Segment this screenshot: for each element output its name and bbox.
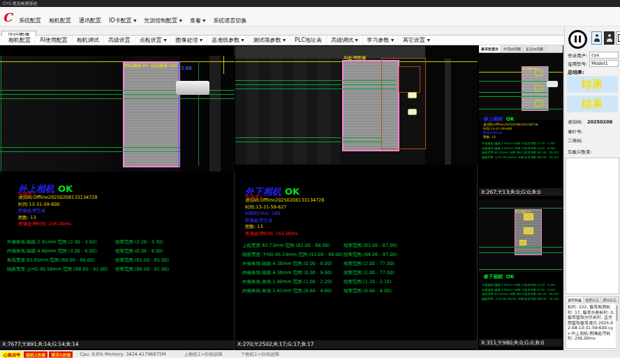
measurement-rows: 外侧条线-隔膜:2.91mm 范围:(2.00 - 3.50)报警范围:(2.2… (482, 142, 561, 160)
log-text: 耗时: 222, 极耳检测耗时: 17, 极耳分类耗时: 0, 极耳提取分区耗时… (568, 304, 615, 341)
tab-marker-box (524, 213, 533, 220)
tab-marker-box (519, 240, 526, 245)
toolbar-camera-debug[interactable]: 相机调试 (73, 36, 104, 45)
threshold-annotation: 特征阈值:93, 动态阈值:100 (124, 63, 177, 69)
needle-id-label: 卷针号: (568, 129, 583, 135)
toolbar-ai-config[interactable]: AI使用配置 (36, 36, 73, 45)
yellow-reference-line (479, 72, 563, 73)
result-box-1: 结果 (567, 76, 618, 93)
toolbar-advanced-debug[interactable]: 高级调试 ▾ (327, 36, 363, 45)
negative-count-label: 负极片数量: (568, 149, 592, 156)
menu-item-light-config[interactable]: 光源控制配置 ▾ (144, 17, 182, 24)
toolbar-learning-params[interactable]: 学习参数 ▾ (363, 36, 399, 45)
toolbar-camera-config[interactable]: 相机配置 (4, 36, 36, 45)
tab-run-log[interactable]: 运行日志 (566, 297, 584, 303)
menu-item-system-config[interactable]: 系统配置 (19, 17, 41, 24)
process-done: 图像处理完成 (245, 218, 324, 225)
login-user-field[interactable]: cys (589, 52, 619, 59)
measurement-row: 内侧条线-隔膜:4.60mm 范围:(3.00 - 6.00)报警范围:(0.0… (7, 247, 169, 256)
green-measure-line (235, 80, 396, 81)
tab-outer-inner[interactable]: 外亮内亮图 (501, 45, 524, 52)
alarm-range: 报警范围:(2.20 - 3.30) (115, 239, 163, 245)
pause-icon (575, 36, 577, 43)
green-guide-line (1, 56, 1, 172)
blue-measure-line (179, 61, 179, 167)
menu-item-io-config[interactable]: IO卡配置 ▾ (109, 17, 136, 24)
tab-marker-box (524, 227, 533, 234)
green-measure-line (235, 89, 396, 89)
measurement-row: 外侧条线-隔膜:4.38mm 范围:(0.00 - 9.00)报警范围:(2.0… (242, 259, 397, 268)
log-scrollbar[interactable] (616, 304, 618, 347)
menu-item-view[interactable]: 查看 ▾ (190, 17, 206, 24)
result-info: 虚拟码:Offline20250208133134728 时间:13-31-59… (18, 195, 97, 228)
measure-value: 隔膜宽度-下HG:95.24mm 范围:(93.00 - 98.00) (242, 250, 344, 259)
small-top-camera-image: 特征阈值:93 (479, 53, 563, 120)
toolbar-plc-table[interactable]: PLC地址表 (290, 36, 327, 45)
pause-button[interactable] (568, 30, 587, 49)
measurement-row: 上枕宽度:83.73mm 范围:(82.00 - 88.00)报警范围:(83.… (242, 241, 397, 250)
status-badge: OK (506, 274, 514, 280)
toolbar-other-settings[interactable]: 其它设置 ▾ (399, 36, 435, 45)
app-window: CYS-视觉检测系统 C 系统配置 相机配置 通讯配置 IO卡配置 ▾ 光源控制… (0, 0, 620, 364)
process-done: 图像处理完成 (18, 208, 97, 215)
threshold-annotation: 特征阈值:93 (515, 210, 531, 213)
frame-count: 图数: 13 (18, 215, 97, 222)
measurement-row: 外侧条线-隔膜:2.91mm 范围:(2.00 - 3.50)报警范围:(2.2… (7, 238, 169, 247)
result-info: 虚拟码:Offline20250208133134728 时间:13-31-59… (245, 197, 324, 237)
green-measure-line (479, 96, 548, 97)
measurement-row: 内侧条线-条线:2.61mm 范围:(0.60 - 4.00)报警范围:(0.6… (242, 287, 397, 296)
measurement-rows: 外侧条线-隔膜:2.91mm 范围:(2.00 - 3.50)报警范围:(2.2… (7, 238, 169, 274)
toolbar-baseline-params[interactable]: 基准线参数 ▾ (207, 36, 249, 45)
alarm-range: 报警范围:(81.00 - 85.00) (115, 257, 169, 263)
tab-glint (408, 109, 417, 115)
image-dark-region (180, 56, 235, 172)
alarm-range: 报警范围:(83.00 - 87.00) (344, 243, 397, 248)
menu-bar: C 系统配置 相机配置 通讯配置 IO卡配置 ▾ 光源控制配置 ▾ 查看 ▾ 系… (0, 7, 620, 26)
toolbar-spot-check[interactable]: 点检设置 ▾ (135, 36, 172, 45)
pixel-readout: X:311;Y:980;R:0;G:0;B:0 (479, 339, 563, 347)
measure-value: 条线宽度:83.05mm 范围:(80.00 - 86.00) (7, 256, 115, 265)
menu-item-comm-config[interactable]: 通讯配置 (79, 17, 101, 24)
green-measure-line (479, 208, 563, 208)
tab-marker-box (535, 85, 542, 91)
toolbar-image-processing[interactable]: 图像处理 ▾ (171, 36, 207, 45)
process-time: 图像处理时间: 163.00ms (245, 231, 324, 238)
log-scrollbar-thumb[interactable] (616, 305, 618, 321)
tab-debug-log[interactable]: 调试日志 (601, 297, 619, 303)
window-titlebar: CYS-视觉检测系统 (0, 0, 620, 7)
cpu-memory-readout: Cpu: 0.0% Memory: 3424.41796875M (80, 351, 165, 357)
login-user-label: 登录用户: (568, 53, 587, 59)
tab-pose-inner[interactable]: 姿态内亮图 (524, 45, 546, 52)
tab-tab-image[interactable]: 极耳图显示 (479, 45, 501, 52)
right-control-panel: 登录用户: cys 使用型号: Model1 总结果: 结果 结果 虚拟码: 2… (564, 26, 620, 350)
virtual-code: 虚拟码:Offline20250208133134728 (245, 197, 324, 204)
frame-count: 图数: 13 (483, 135, 538, 139)
tab-alarm-log[interactable]: 报警日志 (584, 297, 601, 303)
toolbar-advanced-settings[interactable]: 高级设置 (104, 36, 135, 45)
status-badge: OK (506, 116, 514, 122)
total-result-label: 总结果: (568, 69, 584, 76)
menu-item-camera-config[interactable]: 相机配置 (49, 17, 71, 24)
model-field[interactable]: Model1 (589, 60, 619, 67)
measure-value: 隔膜宽度-上HG:90.56mm 范围:(88.00 - 92.00) (7, 265, 115, 274)
capture-time: 时间:13-31-59-600 (18, 202, 97, 208)
yellow-reference-vline (223, 56, 224, 74)
left-camera-image: 特征阈值:93, 动态阈值:100 3.88 (0, 56, 235, 172)
alarm-range: 报警范围:(0.60 - 4.00) (344, 288, 392, 294)
toolbar-test-params[interactable]: 测试项参数 ▾ (249, 36, 291, 45)
measure-value: 隔膜宽度-上HG:90.56mm 范围:(88.00 - 92.00) (482, 156, 524, 160)
measure-value: 外侧条线-条线:1.90mm 范围:(1.00 - 2.20) (242, 278, 344, 287)
menu-items: 系统配置 相机配置 通讯配置 IO卡配置 ▾ 光源控制配置 ▾ 查看 ▾ 系统语… (19, 17, 246, 24)
pixel-readout: X:270;Y:2502;R:17;G:17;B:17 (235, 340, 477, 349)
measure-value: 内侧条线-隔膜:4.38mm 范围:(0.00 - 9.00) (242, 268, 344, 278)
exit-button[interactable] (616, 31, 620, 45)
menu-item-language[interactable]: 系统语言切换 (213, 17, 246, 24)
measure-value: 外侧条线-隔膜:4.38mm 范围:(0.00 - 9.00) (242, 259, 344, 268)
log-tabs: 运行日志 报警日志 调试日志 (566, 296, 619, 303)
user-switch-button[interactable] (604, 31, 614, 45)
ai-label-annotation: AI处理图像 (344, 55, 366, 61)
measurement-row: 隔膜宽度-下HG:95.24mm 范围:(93.00 - 98.00)报警范围:… (242, 250, 397, 259)
user-login-button[interactable] (591, 31, 602, 45)
measure-value: 上枕宽度:83.73mm 范围:(82.00 - 88.00) (242, 241, 344, 250)
left-camera-view: 特征阈值:93, 动态阈值:100 3.88 外上相机OK NG数量:1 虚拟码… (0, 45, 235, 350)
